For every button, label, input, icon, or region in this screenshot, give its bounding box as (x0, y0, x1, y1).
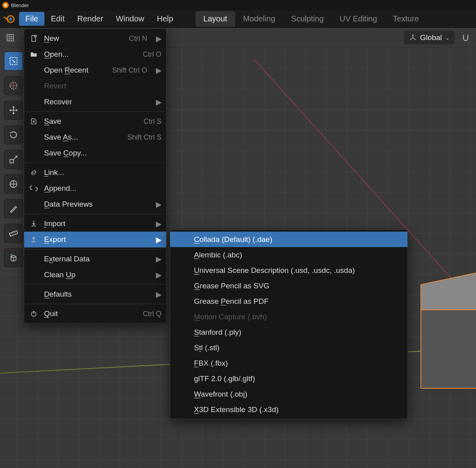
menu-item-label: Recover (44, 98, 147, 106)
tool-annotate[interactable] (4, 199, 23, 218)
file-menu-clean-up[interactable]: Clean Up▶ (24, 267, 166, 283)
save-icon (29, 117, 38, 126)
menu-item-label: Clean Up (44, 270, 147, 279)
blank-icon (29, 199, 38, 209)
folder-icon (29, 50, 38, 59)
file-menu-save-copy[interactable]: Save Copy... (24, 145, 166, 161)
submenu-arrow-icon: ▶ (156, 290, 161, 299)
tool-measure[interactable] (4, 224, 23, 243)
file-menu-defaults[interactable]: Defaults▶ (24, 286, 166, 302)
file-menu-new[interactable]: NewCtrl N▶ (24, 31, 166, 46)
menu-help[interactable]: Help (150, 12, 179, 26)
export-fbx-fbx[interactable]: FBX (.fbx) (170, 355, 407, 371)
menu-edit[interactable]: Edit (44, 12, 71, 26)
blank-icon (29, 97, 38, 107)
file-menu-import[interactable]: Import▶ (24, 216, 166, 232)
menu-window[interactable]: Window (109, 12, 150, 26)
axes-icon (409, 34, 417, 42)
menu-bar: FileEditRenderWindowHelp LayoutModelingS… (0, 10, 476, 28)
export-stl-stl[interactable]: Stl (.stl) (170, 340, 407, 355)
export-universal-scene-description-usd-usdc-usda[interactable]: Universal Scene Description (.usd, .usdc… (170, 263, 407, 278)
submenu-arrow-icon: ▶ (156, 219, 161, 228)
file-menu-revert: Revert (24, 78, 166, 94)
workspace-tab-layout[interactable]: Layout (196, 11, 235, 27)
shortcut-text: Ctrl S (144, 117, 161, 126)
file-menu-open[interactable]: Open...Ctrl O (24, 46, 166, 62)
tool-add-cube[interactable]: + (4, 248, 23, 267)
menu-item-label: Open... (44, 50, 137, 59)
tool-rotate[interactable] (4, 125, 23, 144)
workspace-tab-modeling[interactable]: Modeling (235, 11, 283, 27)
submenu-arrow-icon: ▶ (156, 34, 161, 43)
blank-icon (29, 254, 38, 264)
export-stanford-ply[interactable]: Stanford (.ply) (170, 324, 407, 340)
export-wavefront-obj[interactable]: Wavefront (.obj) (170, 386, 407, 402)
menu-item-label: Link... (44, 168, 161, 177)
export-grease-pencil-as-svg[interactable]: Grease Pencil as SVG (170, 278, 407, 293)
append-icon (29, 184, 38, 193)
title-bar: Blender (0, 0, 476, 10)
file-menu-external-data[interactable]: External Data▶ (24, 251, 166, 267)
orientation-label: Global (420, 33, 442, 42)
blank-icon (29, 148, 38, 158)
menu-item-label: Quit (44, 309, 137, 318)
menu-item-label: Revert (44, 82, 161, 90)
export-grease-pencil-as-pdf[interactable]: Grease Pencil as PDF (170, 293, 407, 309)
workspace-tab-uv-editing[interactable]: UV Editing (332, 11, 385, 27)
blank-icon (29, 132, 38, 142)
file-menu-quit[interactable]: QuitCtrl Q (24, 306, 166, 322)
export-gltf-2-0-glb-gltf[interactable]: glTF 2.0 (.glb/.gltf) (170, 371, 407, 386)
blank-icon (29, 270, 38, 280)
cube-object[interactable] (416, 270, 476, 381)
tool-transform[interactable] (4, 175, 23, 194)
submenu-arrow-icon: ▶ (156, 270, 161, 280)
app-icon (2, 2, 9, 8)
file-menu-open-recent[interactable]: Open RecentShift Ctrl O▶ (24, 62, 166, 78)
svg-rect-13 (10, 231, 18, 236)
file-menu-dropdown: NewCtrl N▶Open...Ctrl OOpen RecentShift … (24, 29, 167, 324)
shortcut-text: Ctrl O (143, 50, 161, 59)
export-alembic-abc[interactable]: Alembic (.abc) (170, 247, 407, 263)
blender-logo-icon[interactable] (2, 12, 16, 26)
file-menu-data-previews[interactable]: Data Previews▶ (24, 196, 166, 212)
export-submenu: Collada (Default) (.dae)Alembic (.abc)Un… (170, 230, 408, 419)
file-menu-save-as[interactable]: Save As...Shift Ctrl S (24, 129, 166, 145)
tool-select-box[interactable] (4, 52, 23, 71)
submenu-arrow-icon: ▶ (156, 98, 161, 107)
submenu-arrow-icon: ▶ (156, 66, 161, 75)
shortcut-text: Ctrl Q (143, 310, 161, 318)
workspace-tab-sculpting[interactable]: Sculpting (283, 11, 332, 27)
snap-icon[interactable] (459, 31, 472, 44)
export-icon (29, 235, 38, 244)
file-menu-link[interactable]: Link... (24, 165, 166, 180)
menu-render[interactable]: Render (71, 12, 110, 26)
tool-move[interactable] (4, 101, 23, 120)
menu-item-label: External Data (44, 255, 147, 263)
file-menu-append[interactable]: Append... (24, 180, 166, 196)
shortcut-text: Shift Ctrl O (112, 66, 147, 75)
svg-rect-2 (7, 34, 14, 41)
file-menu-export[interactable]: Export▶ (24, 232, 166, 247)
tool-scale[interactable] (4, 150, 23, 169)
menu-item-label: Export (44, 235, 147, 244)
svg-rect-11 (10, 159, 13, 163)
blank-icon (29, 65, 38, 75)
menu-item-label: Append... (44, 184, 161, 193)
menu-file[interactable]: File (19, 12, 44, 26)
svg-text:+: + (10, 253, 13, 258)
export-motion-capture-bvh: Motion Capture (.bvh) (170, 309, 407, 324)
file-menu-save[interactable]: SaveCtrl S (24, 113, 166, 129)
export-x3d-extensible-3d-x3d[interactable]: X3D Extensible 3D (.x3d) (170, 402, 407, 417)
transform-orientation-dropdown[interactable]: Global ⌄ (404, 31, 455, 44)
file-menu-recover[interactable]: Recover▶ (24, 94, 166, 110)
shortcut-text: Shift Ctrl S (127, 133, 161, 142)
blank-icon (29, 81, 38, 91)
submenu-arrow-icon: ▶ (156, 200, 161, 209)
menu-item-label: New (44, 34, 123, 43)
workspace-tab-texture[interactable]: Texture (385, 11, 427, 27)
import-icon (29, 219, 38, 228)
menu-item-label: Defaults (44, 290, 147, 299)
editor-type-icon[interactable] (4, 31, 17, 44)
tool-cursor[interactable] (4, 76, 23, 95)
export-collada-default-dae[interactable]: Collada (Default) (.dae) (170, 232, 407, 247)
